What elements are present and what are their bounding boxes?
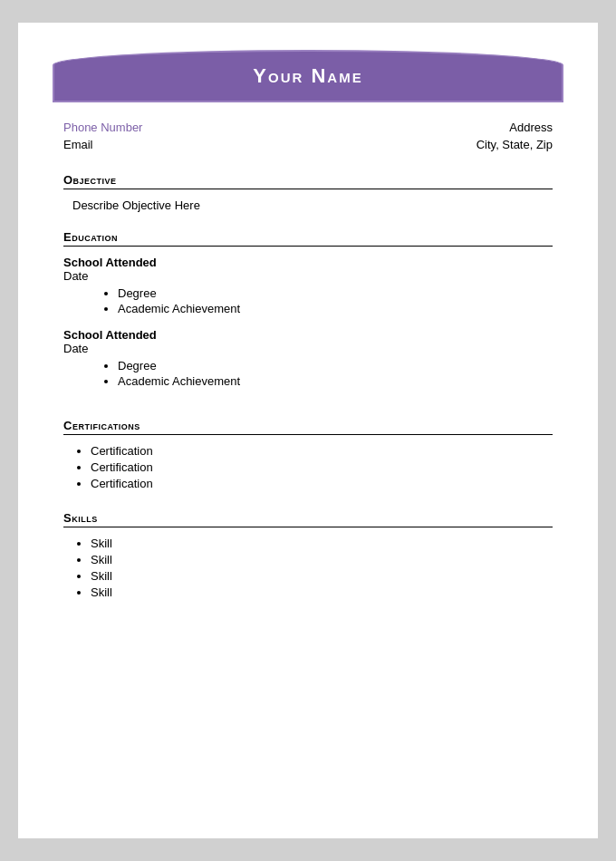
header-banner: Your Name <box>53 50 563 101</box>
resume-page: Your Name Phone Number Email Address Cit… <box>18 23 598 838</box>
skills-heading: Skills <box>63 511 553 525</box>
list-item: Skill <box>91 569 553 583</box>
list-item: Skill <box>91 537 553 550</box>
education-section: Education School Attended Date Degree Ac… <box>18 218 598 406</box>
school-block-2: School Attended Date Degree Academic Ach… <box>63 328 553 388</box>
objective-divider <box>63 189 553 189</box>
school-name-1: School Attended <box>63 256 553 269</box>
email-address: Email <box>63 138 142 151</box>
school-list-1: Degree Academic Achievement <box>63 286 553 315</box>
objective-content: Describe Objective Here <box>63 198 553 212</box>
school-list-2: Degree Academic Achievement <box>63 359 553 388</box>
address: Address <box>509 121 553 134</box>
education-divider <box>63 246 553 247</box>
certifications-list: Certification Certification Certificatio… <box>63 444 553 490</box>
skills-section: Skills Skill Skill Skill Skill <box>18 498 598 607</box>
list-item: Certification <box>91 460 553 474</box>
list-item: Degree <box>118 359 553 372</box>
list-item: Certification <box>91 444 553 458</box>
certifications-section: Certifications Certification Certificati… <box>18 406 598 498</box>
list-item: Skill <box>91 585 553 599</box>
list-item: Certification <box>91 477 553 490</box>
list-item: Skill <box>91 553 553 566</box>
school-name-2: School Attended <box>63 328 553 342</box>
contact-left: Phone Number Email <box>63 121 142 151</box>
objective-heading: Objective <box>63 173 553 187</box>
name-title: Your Name <box>253 64 362 87</box>
contact-right: Address City, State, Zip <box>476 121 553 151</box>
school-block-1: School Attended Date Degree Academic Ach… <box>63 256 553 315</box>
list-item: Academic Achievement <box>118 374 553 388</box>
objective-section: Objective Describe Objective Here <box>18 160 598 218</box>
education-heading: Education <box>63 230 553 244</box>
school-date-1: Date <box>63 269 553 283</box>
certifications-heading: Certifications <box>63 419 553 432</box>
phone-number: Phone Number <box>63 121 142 134</box>
city-state-zip: City, State, Zip <box>476 138 553 151</box>
contact-area: Phone Number Email Address City, State, … <box>18 104 598 160</box>
list-item: Academic Achievement <box>118 302 553 315</box>
skills-list: Skill Skill Skill Skill <box>63 537 553 599</box>
skills-divider <box>63 527 553 527</box>
list-item: Degree <box>118 286 553 300</box>
school-date-2: Date <box>63 342 553 355</box>
certifications-divider <box>63 434 553 435</box>
